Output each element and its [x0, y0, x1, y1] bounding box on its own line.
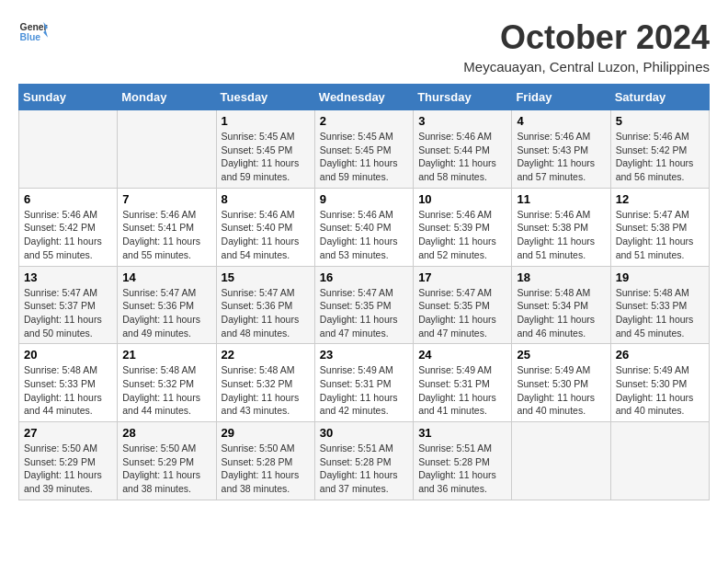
calendar-cell: 25Sunrise: 5:49 AMSunset: 5:30 PMDayligh…	[512, 344, 610, 422]
day-info: Sunrise: 5:46 AMSunset: 5:42 PMDaylight:…	[616, 130, 704, 184]
day-number: 14	[122, 270, 210, 284]
day-number: 16	[320, 270, 408, 284]
day-number: 5	[616, 114, 704, 128]
day-number: 22	[222, 348, 310, 362]
weekday-header: Monday	[118, 85, 216, 110]
day-number: 30	[320, 426, 408, 440]
calendar-week-row: 13Sunrise: 5:47 AMSunset: 5:37 PMDayligh…	[19, 266, 710, 344]
day-info: Sunrise: 5:46 AMSunset: 5:44 PMDaylight:…	[418, 130, 506, 184]
day-number: 21	[122, 348, 210, 362]
day-info: Sunrise: 5:47 AMSunset: 5:35 PMDaylight:…	[320, 286, 408, 340]
calendar-cell: 24Sunrise: 5:49 AMSunset: 5:31 PMDayligh…	[414, 344, 512, 422]
calendar-cell: 2Sunrise: 5:45 AMSunset: 5:45 PMDaylight…	[314, 110, 413, 189]
calendar-cell: 19Sunrise: 5:48 AMSunset: 5:33 PMDayligh…	[610, 266, 709, 344]
day-number: 8	[222, 192, 310, 206]
weekday-header-row: SundayMondayTuesdayWednesdayThursdayFrid…	[19, 85, 710, 110]
weekday-header: Saturday	[610, 85, 709, 110]
day-number: 10	[418, 192, 506, 206]
day-info: Sunrise: 5:48 AMSunset: 5:32 PMDaylight:…	[122, 363, 210, 418]
day-info: Sunrise: 5:46 AMSunset: 5:40 PMDaylight:…	[222, 208, 310, 262]
calendar-cell: 1Sunrise: 5:45 AMSunset: 5:45 PMDaylight…	[216, 110, 314, 189]
weekday-header: Friday	[512, 85, 610, 110]
calendar-cell	[610, 422, 709, 500]
calendar-cell: 11Sunrise: 5:46 AMSunset: 5:38 PMDayligh…	[512, 188, 610, 266]
day-info: Sunrise: 5:45 AMSunset: 5:45 PMDaylight:…	[222, 130, 310, 184]
calendar-cell: 14Sunrise: 5:47 AMSunset: 5:36 PMDayligh…	[118, 266, 216, 344]
day-info: Sunrise: 5:47 AMSunset: 5:35 PMDaylight:…	[418, 286, 506, 340]
calendar-week-row: 1Sunrise: 5:45 AMSunset: 5:45 PMDaylight…	[19, 110, 710, 189]
day-info: Sunrise: 5:48 AMSunset: 5:32 PMDaylight:…	[222, 363, 310, 418]
weekday-header: Wednesday	[314, 85, 413, 110]
day-info: Sunrise: 5:49 AMSunset: 5:31 PMDaylight:…	[320, 363, 408, 418]
day-number: 27	[24, 426, 112, 440]
day-number: 26	[616, 348, 704, 362]
day-number: 20	[24, 348, 112, 362]
calendar-cell: 6Sunrise: 5:46 AMSunset: 5:42 PMDaylight…	[19, 188, 118, 266]
calendar-cell: 3Sunrise: 5:46 AMSunset: 5:44 PMDaylight…	[414, 110, 512, 189]
calendar-cell	[118, 110, 216, 189]
calendar-cell: 7Sunrise: 5:46 AMSunset: 5:41 PMDaylight…	[118, 188, 216, 266]
day-info: Sunrise: 5:47 AMSunset: 5:38 PMDaylight:…	[616, 208, 704, 262]
calendar-cell: 23Sunrise: 5:49 AMSunset: 5:31 PMDayligh…	[314, 344, 413, 422]
weekday-header: Tuesday	[216, 85, 314, 110]
day-number: 4	[517, 114, 605, 128]
day-info: Sunrise: 5:49 AMSunset: 5:31 PMDaylight:…	[418, 363, 506, 418]
day-info: Sunrise: 5:51 AMSunset: 5:28 PMDaylight:…	[418, 442, 506, 496]
calendar-cell: 15Sunrise: 5:47 AMSunset: 5:36 PMDayligh…	[216, 266, 314, 344]
day-info: Sunrise: 5:46 AMSunset: 5:42 PMDaylight:…	[24, 208, 112, 262]
calendar-cell: 22Sunrise: 5:48 AMSunset: 5:32 PMDayligh…	[216, 344, 314, 422]
logo: General Blue	[18, 18, 48, 44]
day-info: Sunrise: 5:45 AMSunset: 5:45 PMDaylight:…	[320, 130, 408, 184]
weekday-header: Thursday	[414, 85, 512, 110]
calendar-cell: 4Sunrise: 5:46 AMSunset: 5:43 PMDaylight…	[512, 110, 610, 189]
month-title: October 2024	[463, 18, 710, 57]
day-number: 25	[517, 348, 605, 362]
day-info: Sunrise: 5:48 AMSunset: 5:33 PMDaylight:…	[24, 363, 112, 418]
logo-icon: General Blue	[18, 18, 48, 44]
day-number: 13	[24, 270, 112, 284]
calendar-cell: 5Sunrise: 5:46 AMSunset: 5:42 PMDaylight…	[610, 110, 709, 189]
day-info: Sunrise: 5:48 AMSunset: 5:33 PMDaylight:…	[616, 286, 704, 340]
calendar-cell: 8Sunrise: 5:46 AMSunset: 5:40 PMDaylight…	[216, 188, 314, 266]
day-number: 11	[517, 192, 605, 206]
day-number: 12	[616, 192, 704, 206]
day-number: 17	[418, 270, 506, 284]
page-header: General Blue October 2024 Meycauayan, Ce…	[18, 18, 710, 75]
calendar-cell: 10Sunrise: 5:46 AMSunset: 5:39 PMDayligh…	[414, 188, 512, 266]
day-info: Sunrise: 5:46 AMSunset: 5:38 PMDaylight:…	[517, 208, 605, 262]
calendar-cell: 9Sunrise: 5:46 AMSunset: 5:40 PMDaylight…	[314, 188, 413, 266]
day-number: 31	[418, 426, 506, 440]
day-info: Sunrise: 5:49 AMSunset: 5:30 PMDaylight:…	[616, 363, 704, 418]
day-info: Sunrise: 5:50 AMSunset: 5:28 PMDaylight:…	[222, 442, 310, 496]
location: Meycauayan, Central Luzon, Philippines	[463, 59, 710, 75]
day-info: Sunrise: 5:50 AMSunset: 5:29 PMDaylight:…	[24, 442, 112, 496]
day-number: 24	[418, 348, 506, 362]
calendar-week-row: 6Sunrise: 5:46 AMSunset: 5:42 PMDaylight…	[19, 188, 710, 266]
day-number: 29	[222, 426, 310, 440]
calendar-cell: 27Sunrise: 5:50 AMSunset: 5:29 PMDayligh…	[19, 422, 118, 500]
weekday-header: Sunday	[19, 85, 118, 110]
day-info: Sunrise: 5:46 AMSunset: 5:41 PMDaylight:…	[122, 208, 210, 262]
calendar-cell: 18Sunrise: 5:48 AMSunset: 5:34 PMDayligh…	[512, 266, 610, 344]
calendar-cell: 20Sunrise: 5:48 AMSunset: 5:33 PMDayligh…	[19, 344, 118, 422]
day-number: 18	[517, 270, 605, 284]
day-info: Sunrise: 5:48 AMSunset: 5:34 PMDaylight:…	[517, 286, 605, 340]
calendar-cell: 29Sunrise: 5:50 AMSunset: 5:28 PMDayligh…	[216, 422, 314, 500]
day-number: 19	[616, 270, 704, 284]
calendar-cell: 21Sunrise: 5:48 AMSunset: 5:32 PMDayligh…	[118, 344, 216, 422]
day-info: Sunrise: 5:47 AMSunset: 5:36 PMDaylight:…	[222, 286, 310, 340]
day-number: 7	[122, 192, 210, 206]
calendar-cell: 26Sunrise: 5:49 AMSunset: 5:30 PMDayligh…	[610, 344, 709, 422]
day-info: Sunrise: 5:47 AMSunset: 5:36 PMDaylight:…	[122, 286, 210, 340]
day-info: Sunrise: 5:50 AMSunset: 5:29 PMDaylight:…	[122, 442, 210, 496]
calendar-cell: 30Sunrise: 5:51 AMSunset: 5:28 PMDayligh…	[314, 422, 413, 500]
day-number: 15	[222, 270, 310, 284]
svg-text:Blue: Blue	[20, 32, 41, 42]
day-number: 2	[320, 114, 408, 128]
calendar-cell: 28Sunrise: 5:50 AMSunset: 5:29 PMDayligh…	[118, 422, 216, 500]
calendar-cell	[512, 422, 610, 500]
svg-text:General: General	[20, 22, 48, 32]
calendar-cell	[19, 110, 118, 189]
day-info: Sunrise: 5:46 AMSunset: 5:40 PMDaylight:…	[320, 208, 408, 262]
calendar-cell: 16Sunrise: 5:47 AMSunset: 5:35 PMDayligh…	[314, 266, 413, 344]
